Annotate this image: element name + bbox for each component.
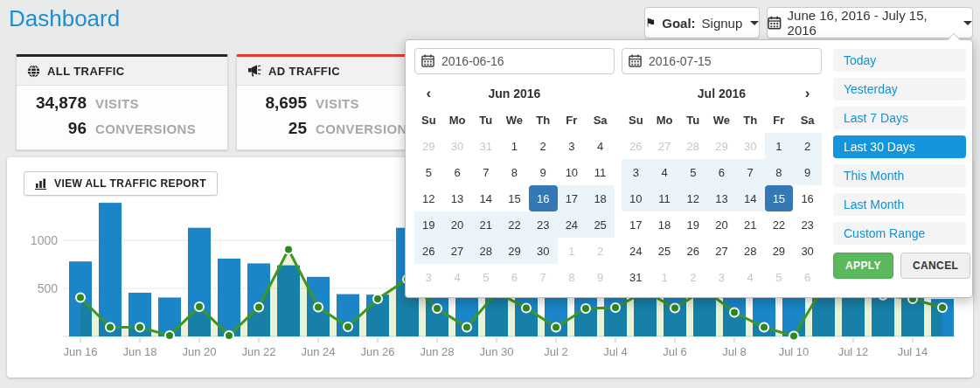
day-cell[interactable]: 22 — [500, 211, 529, 238]
day-cell[interactable]: 7 — [471, 159, 500, 185]
day-cell[interactable]: 26 — [414, 238, 443, 264]
conversions-point-jun-25[interactable] — [344, 322, 352, 331]
conversions-point-jul-9[interactable] — [760, 323, 768, 332]
conversions-point-jul-8[interactable] — [730, 308, 739, 317]
day-cell[interactable]: 7 — [529, 264, 558, 290]
visits-bar-jun-21[interactable] — [218, 259, 240, 336]
day-cell[interactable]: 11 — [586, 159, 615, 185]
day-cell[interactable]: 6 — [793, 264, 822, 290]
day-cell[interactable]: 20 — [707, 211, 736, 238]
day-cell[interactable]: 5 — [765, 264, 794, 290]
conversions-point-jun-19[interactable] — [165, 331, 174, 340]
day-cell[interactable]: 1 — [558, 238, 587, 264]
day-cell[interactable]: 14 — [736, 185, 765, 211]
day-cell[interactable]: 27 — [707, 238, 736, 264]
day-cell[interactable]: 30 — [793, 238, 822, 264]
conversions-point-jun-29[interactable] — [462, 323, 471, 332]
day-cell[interactable]: 3 — [414, 264, 443, 290]
day-cell[interactable]: 16 — [793, 185, 822, 211]
day-cell[interactable]: 30 — [529, 238, 558, 264]
conversions-point-jun-26[interactable] — [373, 294, 382, 303]
day-cell[interactable]: 25 — [650, 238, 679, 264]
range-option-custom-range[interactable]: Custom Range — [833, 222, 966, 245]
conversions-point-jul-3[interactable] — [581, 304, 590, 313]
day-cell[interactable]: 8 — [765, 159, 794, 185]
day-cell[interactable]: 3 — [707, 264, 736, 290]
day-cell[interactable]: 29 — [500, 238, 529, 264]
day-cell[interactable]: 5 — [678, 159, 707, 185]
day-cell[interactable]: 4 — [736, 264, 765, 290]
day-cell[interactable]: 3 — [622, 159, 650, 185]
range-option-last-30-days[interactable]: Last 30 Days — [833, 135, 966, 158]
day-cell[interactable]: 4 — [650, 159, 679, 185]
day-cell[interactable]: 28 — [736, 238, 765, 264]
day-cell[interactable]: 27 — [443, 238, 472, 264]
conversions-point-jul-2[interactable] — [552, 323, 560, 332]
prev-month-button[interactable]: ‹ — [414, 80, 443, 107]
day-cell[interactable]: 7 — [736, 159, 765, 185]
date-range-button[interactable]: June 16, 2016 - July 15, 2016 — [767, 7, 973, 38]
day-cell[interactable]: 23 — [793, 211, 822, 238]
conversions-point-jul-15[interactable] — [938, 303, 947, 312]
day-cell[interactable]: 20 — [443, 211, 472, 238]
day-cell[interactable]: 26 — [622, 133, 650, 159]
day-cell[interactable]: 29 — [707, 133, 736, 159]
range-option-last-7-days[interactable]: Last 7 Days — [833, 107, 966, 129]
day-cell[interactable]: 12 — [414, 185, 443, 211]
day-cell[interactable]: 13 — [443, 185, 472, 211]
day-cell[interactable]: 15 — [500, 185, 529, 211]
conversions-point-jun-22[interactable] — [254, 302, 263, 311]
day-cell[interactable]: 21 — [736, 211, 765, 238]
day-cell[interactable]: 17 — [622, 211, 650, 238]
day-cell[interactable]: 1 — [500, 133, 529, 159]
day-cell[interactable]: 26 — [678, 238, 707, 264]
conversions-point-jun-28[interactable] — [433, 304, 441, 313]
range-option-yesterday[interactable]: Yesterday — [833, 78, 966, 100]
day-cell[interactable]: 24 — [622, 238, 650, 264]
day-cell[interactable]: 31 — [622, 264, 650, 290]
day-cell[interactable]: 23 — [529, 211, 558, 238]
day-cell[interactable]: 3 — [558, 133, 587, 159]
selected-day-cell[interactable]: 15 — [765, 185, 794, 211]
day-cell[interactable]: 18 — [586, 185, 615, 211]
day-cell[interactable]: 2 — [529, 133, 558, 159]
conversions-point-jul-1[interactable] — [522, 304, 531, 313]
day-cell[interactable]: 24 — [558, 211, 587, 238]
day-cell[interactable]: 30 — [443, 133, 472, 159]
day-cell[interactable]: 29 — [414, 133, 443, 159]
start-date-input[interactable] — [414, 48, 615, 74]
conversions-point-jun-16[interactable] — [76, 293, 85, 301]
day-cell[interactable]: 8 — [558, 264, 587, 290]
range-option-today[interactable]: Today — [833, 49, 966, 72]
conversions-point-jun-23[interactable] — [284, 245, 293, 253]
day-cell[interactable]: 27 — [650, 133, 679, 159]
conversions-point-jun-20[interactable] — [195, 302, 204, 311]
next-month-button[interactable]: › — [793, 80, 822, 107]
day-cell[interactable]: 30 — [736, 133, 765, 159]
day-cell[interactable]: 4 — [586, 133, 615, 159]
goal-dropdown-button[interactable]: ⚑ Goal: Signup — [644, 7, 760, 38]
day-cell[interactable]: 13 — [707, 185, 736, 211]
day-cell[interactable]: 2 — [678, 264, 707, 290]
day-cell[interactable]: 14 — [471, 185, 500, 211]
day-cell[interactable]: 17 — [558, 185, 587, 211]
day-cell[interactable]: 9 — [529, 159, 558, 185]
day-cell[interactable]: 10 — [558, 159, 587, 185]
day-cell[interactable]: 18 — [650, 211, 679, 238]
range-option-last-month[interactable]: Last Month — [833, 193, 966, 216]
view-all-traffic-report-button[interactable]: VIEW ALL TRAFFIC REPORT — [24, 171, 218, 196]
day-cell[interactable]: 19 — [414, 211, 443, 238]
end-date-input[interactable] — [622, 48, 822, 74]
day-cell[interactable]: 28 — [678, 133, 707, 159]
day-cell[interactable]: 25 — [586, 211, 615, 238]
day-cell[interactable]: 2 — [793, 133, 822, 159]
conversions-point-jun-17[interactable] — [106, 323, 115, 332]
apply-button[interactable]: APPLY — [833, 253, 893, 279]
day-cell[interactable]: 28 — [471, 238, 500, 264]
conversions-point-jul-4[interactable] — [611, 303, 620, 312]
range-option-this-month[interactable]: This Month — [833, 164, 966, 187]
selected-day-cell[interactable]: 16 — [529, 185, 558, 211]
conversions-point-jun-24[interactable] — [314, 302, 323, 311]
conversions-point-jul-10[interactable] — [789, 331, 798, 340]
cancel-button[interactable]: CANCEL — [900, 253, 970, 279]
